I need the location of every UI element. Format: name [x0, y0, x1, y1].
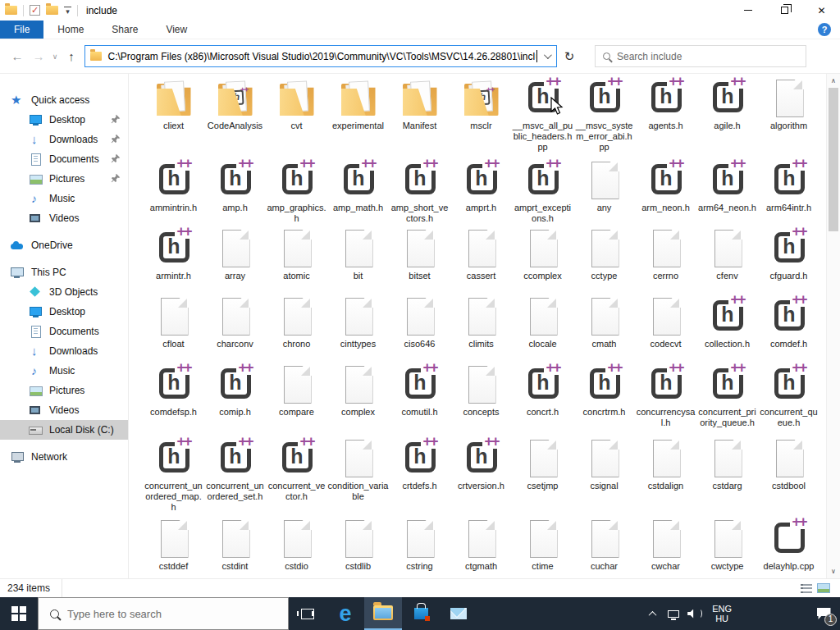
file-item[interactable]: algorithm — [758, 79, 819, 161]
tab-home[interactable]: Home — [43, 21, 98, 39]
store-button[interactable] — [402, 597, 440, 630]
file-item[interactable]: bitset — [389, 229, 450, 297]
file-item[interactable]: delayhlp.cpp — [758, 519, 819, 577]
mail-button[interactable] — [440, 597, 477, 630]
file-item[interactable]: concrt.h — [512, 365, 573, 439]
back-button[interactable]: ← — [7, 46, 28, 67]
file-item[interactable]: cliext — [143, 79, 204, 161]
file-item[interactable]: amprt_exceptions.h — [512, 161, 573, 229]
file-item[interactable]: bit — [327, 229, 389, 297]
address-dropdown-icon[interactable] — [537, 53, 556, 59]
recent-locations-icon[interactable]: ∨ — [49, 46, 61, 67]
tab-view[interactable]: View — [152, 21, 201, 39]
sidebar-item[interactable]: 3D Objects — [0, 282, 128, 302]
hidden-icons-button[interactable] — [641, 597, 663, 630]
file-item[interactable]: compare — [266, 365, 327, 439]
sidebar-item[interactable]: Desktop — [0, 110, 128, 130]
minimize-button[interactable] — [729, 0, 766, 21]
file-item[interactable]: amp_graphics.h — [266, 161, 327, 229]
file-item[interactable]: experimental — [327, 79, 389, 161]
file-item[interactable]: comdefsp.h — [143, 365, 204, 439]
up-button[interactable]: ↑ — [61, 46, 82, 67]
file-item[interactable]: cctype — [573, 229, 635, 297]
sidebar-item[interactable]: Videos — [0, 400, 128, 420]
refresh-button[interactable]: ↻ — [557, 46, 582, 67]
sidebar-item[interactable]: Videos — [0, 208, 128, 228]
file-item[interactable]: cwctype — [696, 519, 758, 577]
restore-button[interactable] — [766, 0, 803, 21]
file-item[interactable]: comip.h — [204, 365, 266, 439]
file-item[interactable]: concurrencysal.h — [635, 365, 696, 439]
taskbar-search-box[interactable] — [38, 597, 289, 630]
close-button[interactable]: ✕ — [803, 0, 840, 21]
large-icons-view-icon[interactable] — [817, 583, 830, 593]
edge-button[interactable]: e — [326, 597, 364, 630]
forward-button[interactable]: → — [28, 46, 49, 67]
file-item[interactable]: arm64_neon.h — [696, 161, 758, 229]
customize-toolbar-icon[interactable]: ▾ — [64, 7, 71, 15]
tab-file[interactable]: File — [0, 21, 43, 39]
file-item[interactable]: clocale — [512, 297, 573, 365]
file-item[interactable]: crtversion.h — [450, 439, 512, 519]
action-center-button[interactable]: 1 — [807, 597, 840, 630]
file-item[interactable]: armintr.h — [143, 229, 204, 297]
sidebar-item[interactable]: Documents — [0, 149, 128, 169]
file-item[interactable]: cfenv — [696, 229, 758, 297]
sidebar-item[interactable]: Downloads — [0, 130, 128, 149]
file-item[interactable]: cstdlib — [327, 519, 389, 577]
file-item[interactable]: cstring — [389, 519, 450, 577]
file-item[interactable]: cinttypes — [327, 297, 389, 365]
file-item[interactable]: crtdefs.h — [389, 439, 450, 519]
sidebar-item[interactable]: Quick access — [0, 90, 128, 110]
sidebar-item[interactable]: Music — [0, 189, 128, 208]
file-item[interactable]: concurrent_unordered_map.h — [143, 439, 204, 519]
sidebar-item[interactable]: This PC — [0, 262, 128, 282]
volume-button[interactable] — [684, 597, 705, 630]
file-item[interactable]: agile.h — [696, 79, 758, 161]
sidebar-item[interactable]: Music — [0, 361, 128, 381]
file-item[interactable]: cstdio — [266, 519, 327, 577]
sidebar-item[interactable]: Pictures — [0, 169, 128, 189]
file-item[interactable]: collection.h — [696, 297, 758, 365]
file-item[interactable]: climits — [450, 297, 512, 365]
file-item[interactable]: amprt.h — [450, 161, 512, 229]
file-item[interactable]: __msvc_system_error_abi.hpp — [573, 79, 635, 161]
file-item[interactable]: concepts — [450, 365, 512, 439]
file-item[interactable]: cstdalign — [635, 439, 696, 519]
start-button[interactable] — [0, 597, 38, 630]
file-item[interactable]: amp_short_vectors.h — [389, 161, 450, 229]
file-item[interactable]: concrtrm.h — [573, 365, 635, 439]
scrollbar-thumb[interactable] — [829, 88, 838, 231]
network-button[interactable] — [663, 597, 684, 630]
file-item[interactable]: amp.h — [204, 161, 266, 229]
tab-share[interactable]: Share — [98, 21, 152, 39]
task-view-button[interactable] — [289, 597, 326, 630]
scroll-down-icon[interactable]: ∨ — [827, 564, 840, 578]
file-item[interactable]: cvt — [266, 79, 327, 161]
file-item[interactable]: cerrno — [635, 229, 696, 297]
search-box[interactable] — [595, 45, 806, 67]
file-item[interactable]: msclr — [450, 79, 512, 161]
file-item[interactable]: array — [204, 229, 266, 297]
file-item[interactable]: concurrent_unordered_set.h — [204, 439, 266, 519]
sidebar-item[interactable]: Downloads — [0, 341, 128, 361]
file-item[interactable]: cstdarg — [696, 439, 758, 519]
search-input[interactable] — [617, 51, 765, 62]
file-item[interactable]: any — [573, 161, 635, 229]
help-icon[interactable]: ? — [818, 23, 831, 36]
sidebar-item[interactable]: Desktop — [0, 302, 128, 322]
file-item[interactable]: cstdbool — [758, 439, 819, 519]
file-item[interactable]: ctgmath — [450, 519, 512, 577]
sidebar-item[interactable]: Local Disk (C:) — [0, 420, 128, 440]
file-item[interactable]: chrono — [266, 297, 327, 365]
file-item[interactable]: csignal — [573, 439, 635, 519]
file-item[interactable]: cuchar — [573, 519, 635, 577]
properties-icon[interactable]: ✓ — [30, 5, 40, 16]
taskbar-search-input[interactable] — [67, 608, 248, 620]
file-item[interactable]: codecvt — [635, 297, 696, 365]
file-item[interactable]: __msvc_all_public_headers.hpp — [512, 79, 573, 161]
file-item[interactable]: concurrent_priority_queue.h — [696, 365, 758, 439]
details-view-icon[interactable] — [801, 584, 812, 593]
file-item[interactable]: cfloat — [143, 297, 204, 365]
file-item[interactable]: cassert — [450, 229, 512, 297]
